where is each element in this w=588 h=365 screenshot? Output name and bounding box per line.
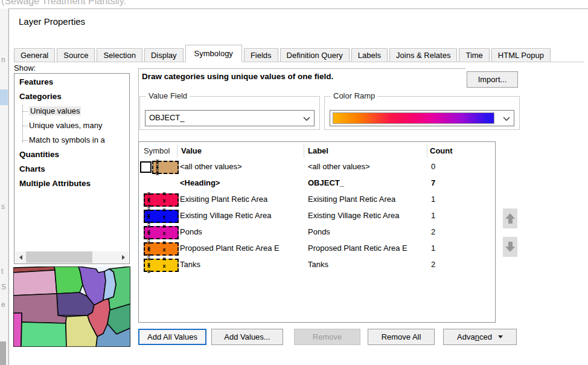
table-row[interactable]: <all other values> <all other values> 0	[139, 159, 495, 175]
add-values-button[interactable]: Add Values...	[211, 329, 283, 345]
row-label: Proposed Plant Retic Area E	[308, 244, 407, 253]
show-horizontal-scrollbar[interactable]	[15, 251, 129, 263]
header-separator	[427, 144, 427, 158]
color-ramp-label: Color Ramp	[331, 91, 377, 100]
column-header-symbol[interactable]: Symbol	[144, 146, 170, 155]
table-row[interactable]: Proposed Plant Retic Area E Proposed Pla…	[139, 241, 495, 257]
value-field-group: Value Field OBJECT_	[139, 96, 320, 130]
show-item-unique-values-many[interactable]: Unique values, many	[14, 118, 129, 133]
background-scrollbar-thumb[interactable]	[0, 341, 6, 365]
color-ramp-group: Color Ramp	[324, 96, 520, 130]
symbol-swatch[interactable]	[144, 242, 179, 256]
move-up-button[interactable]	[503, 208, 517, 228]
symbol-swatch[interactable]	[144, 259, 179, 272]
show-listbox: Features Categories Unique values Unique…	[14, 73, 130, 264]
row-value: Proposed Plant Retic Area E	[180, 244, 280, 253]
value-field-selected: OBJECT_	[149, 113, 185, 122]
background-selection-highlight	[0, 89, 8, 105]
show-item-charts[interactable]: Charts	[14, 162, 129, 176]
remove-all-button[interactable]: Remove All	[368, 329, 435, 345]
color-ramp-gradient	[333, 112, 494, 124]
symbol-swatch[interactable]	[144, 226, 179, 239]
show-item-categories[interactable]: Categories	[14, 89, 129, 104]
arrow-up-icon	[505, 213, 515, 219]
value-field-label: Value Field	[146, 91, 190, 100]
background-text-fragment: s	[1, 202, 5, 211]
tab-joins-relates[interactable]: Joins & Relates	[389, 48, 457, 62]
row-count: 1	[431, 244, 435, 253]
selected-show-item[interactable]: Unique values	[29, 106, 81, 115]
row-count: 2	[431, 227, 435, 236]
background-text-fragment: n	[1, 56, 5, 64]
arrow-right-icon	[122, 255, 125, 260]
tab-definition-query[interactable]: Definition Query	[280, 48, 350, 62]
scroll-right-button[interactable]	[118, 251, 129, 263]
tab-strip: General Source Selection Display Symbolo…	[14, 44, 584, 62]
show-item-features[interactable]: Features	[14, 75, 129, 89]
arrow-left-icon	[19, 255, 22, 260]
row-value: Exisiting Plant Retic Area	[180, 195, 267, 204]
row-label: <all other values>	[308, 162, 370, 171]
show-label: Show:	[14, 63, 36, 73]
layer-properties-dialog: Layer Properties General Source Selectio…	[8, 8, 588, 365]
tab-source[interactable]: Source	[57, 48, 95, 62]
map-preview-image	[13, 266, 130, 347]
row-value: Existing Village Retic Area	[180, 211, 272, 220]
show-item-multiple-attributes[interactable]: Multiple Attributes	[14, 176, 129, 191]
symbol-swatch[interactable]	[152, 161, 179, 174]
row-label: OBJECT_	[308, 178, 344, 187]
column-header-value[interactable]: Value	[181, 146, 202, 155]
row-count: 7	[431, 178, 435, 187]
value-field-dropdown[interactable]: OBJECT_	[145, 110, 315, 126]
symbology-heading: Draw categories using unique values of o…	[142, 72, 333, 81]
import-button[interactable]: Import...	[467, 71, 518, 88]
tree-connector-line	[22, 105, 23, 143]
tab-fields[interactable]: Fields	[244, 48, 278, 62]
move-down-button[interactable]	[503, 237, 517, 257]
row-label: Tanks	[308, 260, 328, 269]
panel-frame-top	[138, 68, 465, 69]
background-text-fragment: e	[1, 300, 5, 309]
tab-display[interactable]: Display	[144, 48, 184, 62]
tab-labels[interactable]: Labels	[351, 48, 388, 62]
table-row[interactable]: Ponds Ponds 2	[139, 224, 495, 241]
row-label: Exisiting Plant Retic Area	[308, 195, 395, 204]
tab-selection[interactable]: Selection	[97, 48, 142, 62]
table-row[interactable]: <Heading> OBJECT_ 7	[139, 175, 495, 192]
background-text-fragment: t	[1, 267, 3, 276]
show-item-match-symbols[interactable]: Match to symbols in a	[14, 133, 129, 147]
scrollbar-thumb[interactable]	[26, 251, 92, 263]
tab-html-popup[interactable]: HTML Popup	[491, 48, 551, 62]
table-row[interactable]: Tanks Tanks 2	[139, 257, 495, 273]
table-row[interactable]: Existing Village Retic Area Existing Vil…	[139, 208, 495, 224]
table-row[interactable]: Exisiting Plant Retic Area Exisiting Pla…	[139, 192, 495, 208]
symbol-swatch[interactable]	[144, 193, 179, 207]
dropdown-caret-icon	[498, 335, 503, 338]
tab-time[interactable]: Time	[459, 48, 489, 62]
symbol-swatch[interactable]	[144, 210, 179, 223]
scroll-left-button[interactable]	[15, 251, 26, 263]
remove-button[interactable]: Remove	[294, 329, 360, 345]
tab-symbology[interactable]: Symbology	[185, 45, 242, 62]
color-ramp-dropdown[interactable]	[330, 110, 514, 126]
arrow-down-icon	[505, 247, 515, 252]
row-count: 2	[431, 260, 435, 269]
all-other-values-checkbox[interactable]	[140, 161, 152, 173]
row-count: 1	[431, 211, 435, 220]
column-header-label[interactable]: Label	[308, 146, 328, 155]
advanced-button[interactable]: Advanced	[443, 329, 517, 345]
header-separator	[304, 144, 304, 158]
row-value: <all other values>	[180, 162, 242, 171]
column-header-count[interactable]: Count	[430, 146, 453, 155]
row-count: 0	[431, 162, 435, 171]
map-preview	[13, 266, 130, 347]
row-value: Tanks	[180, 260, 200, 269]
chevron-down-icon	[303, 117, 309, 120]
screen: (Sewage Treatment Plantsily. n s t S e L…	[0, 0, 588, 365]
show-item-quantities[interactable]: Quantities	[14, 147, 129, 162]
row-label: Existing Village Retic Area	[308, 211, 400, 220]
background-text-fragment: S	[1, 283, 6, 291]
add-all-values-button[interactable]: Add All Values	[138, 329, 206, 345]
show-item-unique-values[interactable]: Unique values	[14, 104, 129, 118]
tab-general[interactable]: General	[14, 48, 55, 62]
